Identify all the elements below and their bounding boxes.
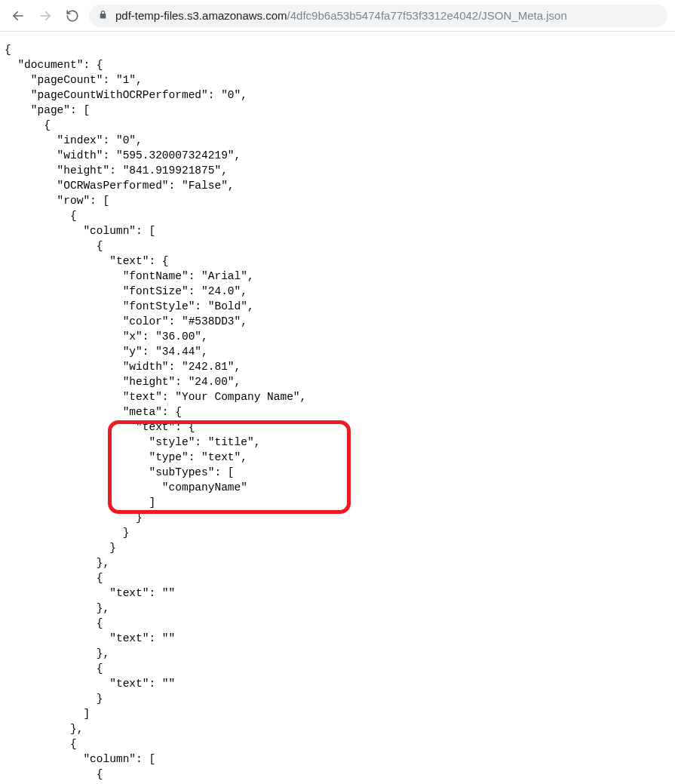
address-bar[interactable]: pdf-temp-files.s3.amazonaws.com/4dfc9b6a…: [89, 5, 667, 27]
json-content: { "document": { "pageCount": "1", "pageC…: [0, 32, 675, 784]
browser-toolbar: pdf-temp-files.s3.amazonaws.com/4dfc9b6a…: [0, 0, 675, 32]
reload-button[interactable]: [62, 5, 83, 26]
forward-button[interactable]: [35, 5, 56, 26]
highlight-annotation: [108, 420, 351, 514]
url-text: pdf-temp-files.s3.amazonaws.com/4dfc9b6a…: [115, 9, 567, 22]
back-button[interactable]: [8, 5, 29, 26]
lock-icon: [98, 10, 108, 22]
